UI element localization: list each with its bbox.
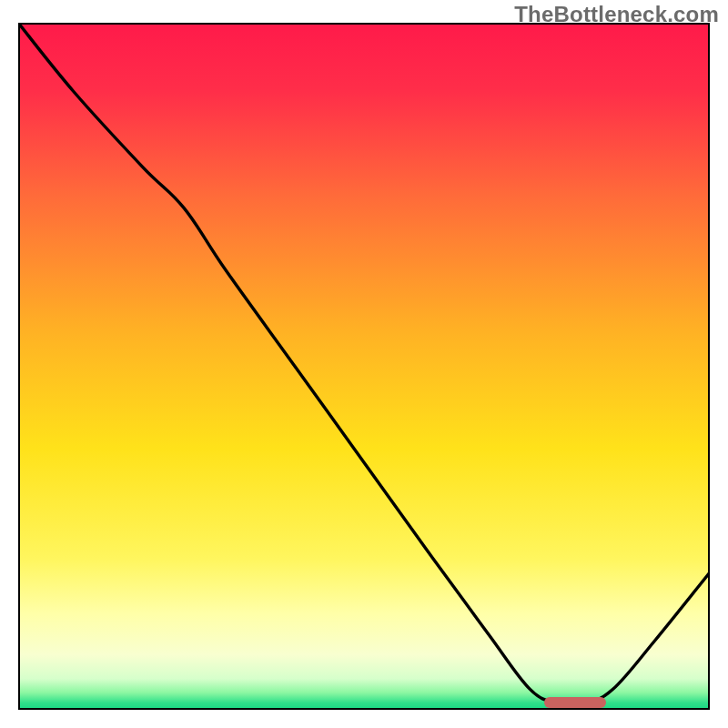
- plot-area: [18, 23, 710, 710]
- watermark-text: TheBottleneck.com: [514, 2, 719, 27]
- chart-container: TheBottleneck.com: [0, 0, 728, 728]
- bottleneck-curve: [18, 23, 710, 710]
- curve-path: [18, 23, 710, 704]
- target-marker: [544, 697, 606, 708]
